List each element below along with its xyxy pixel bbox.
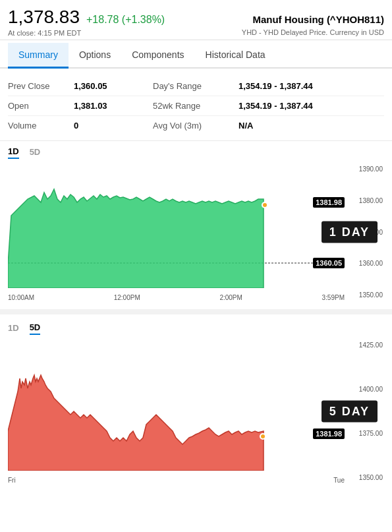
tab-options[interactable]: Options [69,43,121,69]
chart2-current-price-tag: 1381.98 [313,429,345,439]
chart1-timeframes: 1D 5D [8,146,384,159]
prev-close-value: 1,360.05 [74,81,153,91]
chart1-x-2: 2:00PM [219,294,242,301]
chart2-day-badge: 5 DAY [322,401,378,423]
prev-close-label: Prev Close [8,81,74,91]
volume-value: 0 [74,121,153,131]
chart1-x-3: 3:59PM [322,294,345,301]
price-main: 1,378.83 [8,7,80,28]
chart2-y-1: 1425.00 [346,341,384,349]
chart1-section: 1D 5D 1390.00 1380.00 1370.00 1360.00 13… [0,141,392,307]
chart2-timeframes: 1D 5D [8,322,384,335]
close-time: At close: 4:15 PM EDT [8,29,81,37]
chart1-x-0: 10:00AM [8,294,34,301]
chart2-svg [8,339,345,471]
chart1-container: 1390.00 1380.00 1370.00 1360.00 1350.00 … [8,163,384,301]
chart2-dot-marker [260,433,266,440]
chart2-y-2: 1400.00 [346,386,384,393]
chart2-tf-1d[interactable]: 1D [8,323,19,334]
chart2-x-labels: Fri Tue [8,477,345,484]
chart1-tf-1d[interactable]: 1D [8,146,19,159]
avg-vol-label: Avg Vol (3m) [153,121,238,131]
chart2-container: 1425.00 1400.00 1375.00 1350.00 Fri Tue … [8,339,384,484]
chart2-section: 1D 5D 1425.00 1400.00 1375.00 1350.00 Fr… [0,317,392,489]
chart1-y-1: 1390.00 [346,165,384,173]
header: 1,378.83 +18.78 (+1.38%) Manuf Housing (… [0,0,392,40]
tab-historical-data[interactable]: Historical Data [195,43,276,69]
chart2-x-0: Fri [8,477,16,484]
chart1-base-price-tag: 1360.05 [313,258,345,268]
volume-label: Volume [8,121,74,131]
tab-components[interactable]: Components [121,43,194,69]
chart1-dot-marker [262,202,268,208]
avg-vol-value: N/A [238,121,253,131]
chart-divider [0,309,392,314]
chart1-svg [8,163,345,288]
stat-row-prev-close: Prev Close 1,360.05 Day's Range 1,354.19… [8,76,384,96]
stat-row-volume: Volume 0 Avg Vol (3m) N/A [8,116,384,135]
stats-section: Prev Close 1,360.05 Day's Range 1,354.19… [0,69,392,141]
chart2-y-4: 1350.00 [346,474,384,481]
chart2-tf-5d[interactable]: 5D [30,322,41,335]
days-range-value: 1,354.19 - 1,387.44 [238,81,313,91]
chart1-y-5: 1350.00 [346,291,384,299]
tabs-bar: Summary Options Components Historical Da… [0,43,392,69]
chart1-tf-5d[interactable]: 5D [30,147,41,158]
price-change: +18.78 (+1.38%) [86,14,165,26]
chart1-y-4: 1360.00 [346,260,384,267]
stat-row-open: Open 1,381.03 52wk Range 1,354.19 - 1,38… [8,96,384,116]
chart1-x-labels: 10:00AM 12:00PM 2:00PM 3:59PM [8,294,345,301]
chart1-y-2: 1380.00 [346,197,384,204]
tab-summary[interactable]: Summary [8,43,69,69]
chart1-day-badge: 1 DAY [322,222,378,243]
chart1-current-price-tag: 1381.98 [313,197,345,208]
yhd-label: YHD - YHD Delayed Price. Currency in USD [242,28,384,36]
open-value: 1,381.03 [74,101,153,111]
chart1-x-1: 12:00PM [114,294,140,301]
ticker-name: Manuf Housing (^YHOH811) [252,14,384,25]
open-label: Open [8,101,74,111]
52wk-range-label: 52wk Range [153,101,238,111]
chart2-y-3: 1375.00 [346,430,384,437]
52wk-range-value: 1,354.19 - 1,387.44 [238,101,313,111]
chart2-x-1: Tue [333,477,345,484]
days-range-label: Day's Range [153,81,238,91]
